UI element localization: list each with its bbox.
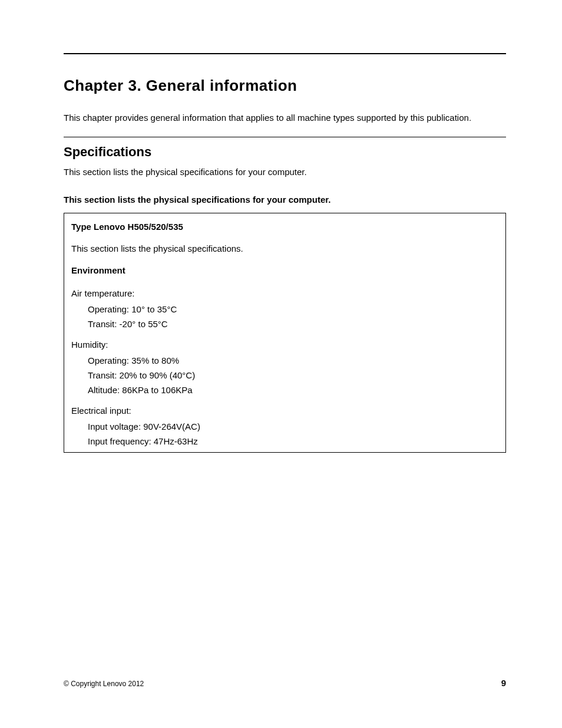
air-temp-transit: Transit: -20° to 55°C bbox=[88, 319, 498, 329]
spec-type-label: Type Lenovo H505/520/535 bbox=[71, 222, 498, 232]
spec-env-heading: Environment bbox=[71, 265, 498, 275]
page-footer: © Copyright Lenovo 2012 9 bbox=[64, 678, 506, 688]
chapter-title: Chapter 3. General information bbox=[64, 77, 506, 95]
section-intro: This section lists the physical specific… bbox=[64, 166, 506, 178]
section-rule bbox=[64, 137, 506, 137]
subsection-heading: This section lists the physical specific… bbox=[64, 195, 506, 205]
electrical-voltage: Input voltage: 90V-264V(AC) bbox=[88, 421, 498, 431]
humidity-operating: Operating: 35% to 80% bbox=[88, 355, 498, 365]
electrical-values: Input voltage: 90V-264V(AC) Input freque… bbox=[71, 421, 498, 446]
top-rule bbox=[64, 53, 506, 54]
electrical-frequency: Input frequency: 47Hz-63Hz bbox=[88, 436, 498, 446]
electrical-label: Electrical input: bbox=[71, 406, 498, 416]
air-temp-operating: Operating: 10° to 35°C bbox=[88, 304, 498, 314]
spec-box: Type Lenovo H505/520/535 This section li… bbox=[64, 213, 506, 453]
spec-note: This section lists the physical specific… bbox=[71, 243, 498, 253]
humidity-values: Operating: 35% to 80% Transit: 20% to 90… bbox=[71, 355, 498, 395]
humidity-altitude: Altitude: 86KPa to 106KPa bbox=[88, 385, 498, 395]
chapter-intro: This chapter provides general informatio… bbox=[64, 111, 506, 124]
humidity-transit: Transit: 20% to 90% (40°C) bbox=[88, 370, 498, 380]
footer-copyright: © Copyright Lenovo 2012 bbox=[64, 680, 144, 688]
footer-page-number: 9 bbox=[501, 678, 506, 688]
humidity-label: Humidity: bbox=[71, 340, 498, 350]
air-temp-label: Air temperature: bbox=[71, 288, 498, 298]
air-temp-values: Operating: 10° to 35°C Transit: -20° to … bbox=[71, 304, 498, 329]
section-heading: Specifications bbox=[64, 144, 506, 160]
